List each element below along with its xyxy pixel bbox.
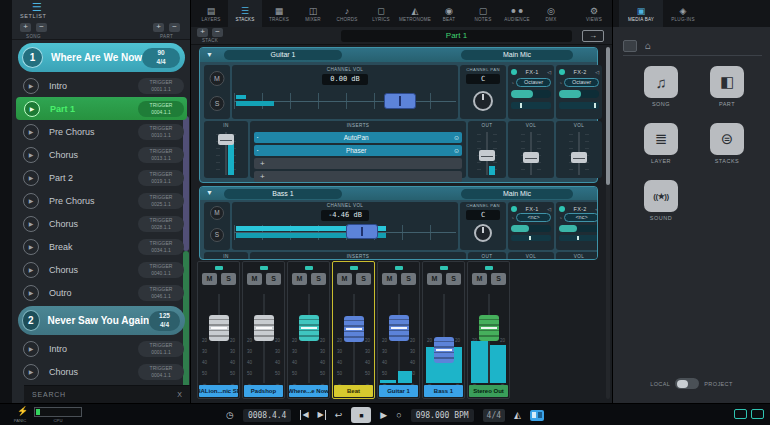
remove-stack-button[interactable]: − — [212, 28, 223, 37]
tab-metronome[interactable]: ◭METRONOME — [398, 0, 432, 27]
fx-preset[interactable]: <nc> — [564, 213, 598, 222]
tab-views[interactable]: ⚙VIEWS — [576, 0, 612, 27]
fx-knob-icon[interactable]: ◔ — [559, 80, 562, 86]
channel-fader[interactable]: 20 30 40 50 ∞ 20 30 40 50 ∞ — [243, 290, 284, 385]
window-layout-icon[interactable] — [751, 409, 764, 419]
metronome-icon[interactable]: ◭ — [514, 410, 521, 420]
channel-mute-button[interactable]: M — [202, 273, 217, 285]
tab-tracks[interactable]: ▦TRACKS — [262, 0, 296, 27]
fx-pan-slider[interactable] — [511, 102, 551, 109]
play-icon[interactable]: ▶ — [23, 170, 39, 186]
fader-handle[interactable] — [384, 93, 416, 109]
mixer-channel[interactable]: M S 20 30 40 50 ∞ 20 30 40 50 ∞ Padshop — [242, 261, 285, 399]
tab-layers[interactable]: ▤LAYERS — [194, 0, 228, 27]
channel-solo-button[interactable]: S — [401, 273, 416, 285]
channel-solo-button[interactable]: S — [491, 273, 506, 285]
channel-mute-button[interactable]: M — [247, 273, 262, 285]
play-icon[interactable]: ▶ — [24, 101, 40, 117]
play-icon[interactable]: ▶ — [23, 78, 39, 94]
panic-lightning-icon[interactable]: ⚡ — [17, 406, 28, 416]
toggle-knob[interactable] — [677, 380, 688, 388]
play-icon[interactable]: ▶ — [23, 147, 39, 163]
play-icon[interactable]: ▶ — [23, 124, 39, 140]
collapse-icon[interactable]: ▼ — [206, 51, 213, 59]
song-item[interactable]: 2 Never Saw You Again 1254/4 — [18, 306, 185, 335]
play-icon[interactable]: ▶ — [23, 285, 39, 301]
part-item[interactable]: ▶ Chorus TRIGGER0004.1.1 — [12, 360, 190, 383]
channel-pan-value[interactable]: C — [466, 210, 500, 220]
part-item[interactable]: ▶ Break TRIGGER0034.1.1 — [12, 235, 190, 258]
add-insert-icon[interactable]: + — [260, 159, 265, 168]
part-item[interactable]: ▶ Chorus TRIGGER0028.1.1 — [12, 212, 190, 235]
speaker-icon[interactable]: ◁ — [547, 69, 551, 75]
fader-handle[interactable] — [434, 337, 454, 363]
channel-vol-value[interactable]: -4.46 dB — [321, 210, 369, 221]
part-item[interactable]: ▶ Pre Chorus TRIGGER0010.1.1 — [12, 120, 190, 143]
insert-slot[interactable]: ▪ AutoPan ⊙ — [254, 132, 462, 143]
fx-knob-icon[interactable]: ◔ — [511, 215, 514, 221]
fx-knob-icon[interactable]: ◔ — [511, 80, 514, 86]
stacks-category-button[interactable]: ⊜ — [710, 123, 744, 155]
add-stack-button[interactable]: + — [197, 28, 208, 37]
tab-plug-ins[interactable]: ◈ PLUG-INS — [663, 0, 703, 27]
fader-handle[interactable] — [218, 134, 234, 145]
part-category-button[interactable]: ◧ — [710, 66, 744, 98]
channel-fader[interactable]: 20 30 40 50 ∞ 20 30 40 50 ∞ — [198, 290, 239, 385]
channel-fader[interactable]: 20 30 40 50 ∞ 20 30 40 50 ∞ — [423, 290, 464, 385]
forward-arrow-button[interactable]: → — [582, 30, 604, 42]
strip-name[interactable]: Guitar 1 — [224, 50, 342, 60]
tab-audience[interactable]: ☻☻AUDIENCE — [500, 0, 534, 27]
channel-fader[interactable]: 20 30 40 50 ∞ 20 30 40 50 ∞ — [378, 290, 419, 385]
output-fader[interactable] — [477, 132, 497, 175]
fader-handle[interactable] — [479, 315, 499, 341]
pan-knob[interactable] — [474, 224, 492, 242]
window-layout-icon[interactable] — [734, 409, 747, 419]
mixer-channel[interactable]: M S 20 30 40 50 ∞ 20 30 40 50 ∞ Bass 1 — [422, 261, 465, 399]
part-item[interactable]: ▶ Part 2 TRIGGER0019.1.1 — [12, 166, 190, 189]
tab-stacks[interactable]: ☰STACKS — [228, 0, 262, 27]
fader-handle[interactable] — [346, 224, 378, 239]
fx-send-slider[interactable] — [559, 225, 598, 232]
speaker-icon[interactable]: ◁ — [595, 206, 598, 212]
part-item[interactable]: ▶ Outro TRIGGER0046.1.1 — [12, 281, 190, 304]
remove-song-button[interactable]: − — [36, 23, 47, 32]
channel-vol-fader[interactable] — [234, 89, 456, 117]
fader-handle[interactable] — [344, 316, 364, 342]
channel-solo-button[interactable]: S — [356, 273, 371, 285]
panel-layout-icon[interactable] — [530, 410, 544, 421]
play-icon[interactable]: ▶ — [23, 364, 39, 380]
channel-mute-button[interactable]: M — [337, 273, 352, 285]
part-item[interactable]: ▶ Intro TRIGGER0001.1.1 — [12, 74, 190, 97]
insert-slot-empty[interactable]: + — [254, 158, 462, 169]
filter-checkbox[interactable] — [623, 40, 637, 52]
part-item[interactable]: ▶ Part 1 TRIGGER0010.1.1 — [12, 383, 190, 385]
home-icon[interactable]: ⌂ — [645, 41, 651, 51]
channel-fader[interactable]: 20 30 40 50 ∞ 20 30 40 50 ∞ — [288, 290, 329, 385]
layer-category-button[interactable]: ≣ — [644, 123, 678, 155]
scrollbar-thumb[interactable] — [606, 47, 610, 185]
play-icon[interactable]: ▶ — [23, 193, 39, 209]
play-icon[interactable]: ▶ — [23, 216, 39, 232]
part-item[interactable]: ▶ Chorus TRIGGER0040.1.1 — [12, 258, 190, 281]
add-insert-icon[interactable]: + — [260, 172, 265, 181]
fx-send-slider[interactable] — [511, 225, 551, 232]
local-project-toggle[interactable] — [675, 378, 699, 389]
collapse-icon[interactable]: ▼ — [206, 189, 213, 197]
fader-handle[interactable] — [523, 152, 539, 163]
fx-pan-slider[interactable] — [511, 235, 551, 241]
record-button[interactable]: ○ — [396, 410, 401, 420]
strip-name[interactable]: Bass 1 — [224, 189, 342, 199]
channel-pan-value[interactable]: C — [466, 74, 500, 84]
channel-fader[interactable]: 20 30 40 50 ∞ 20 30 40 50 ∞ — [468, 290, 509, 385]
content-scrollbar[interactable] — [606, 47, 610, 399]
pan-knob[interactable] — [473, 91, 493, 111]
fx-pan-slider[interactable] — [559, 235, 598, 241]
tab-dmx[interactable]: ◎DMX — [534, 0, 568, 27]
mute-button[interactable]: M — [210, 71, 225, 86]
fader-handle[interactable] — [389, 315, 409, 341]
time-sig-display[interactable]: 4/4 — [483, 409, 505, 422]
solo-button[interactable]: S — [210, 228, 224, 242]
power-icon[interactable]: ⊙ — [454, 147, 459, 154]
power-icon[interactable]: ⊙ — [454, 134, 459, 141]
fx-preset[interactable]: <nc> — [516, 213, 551, 222]
